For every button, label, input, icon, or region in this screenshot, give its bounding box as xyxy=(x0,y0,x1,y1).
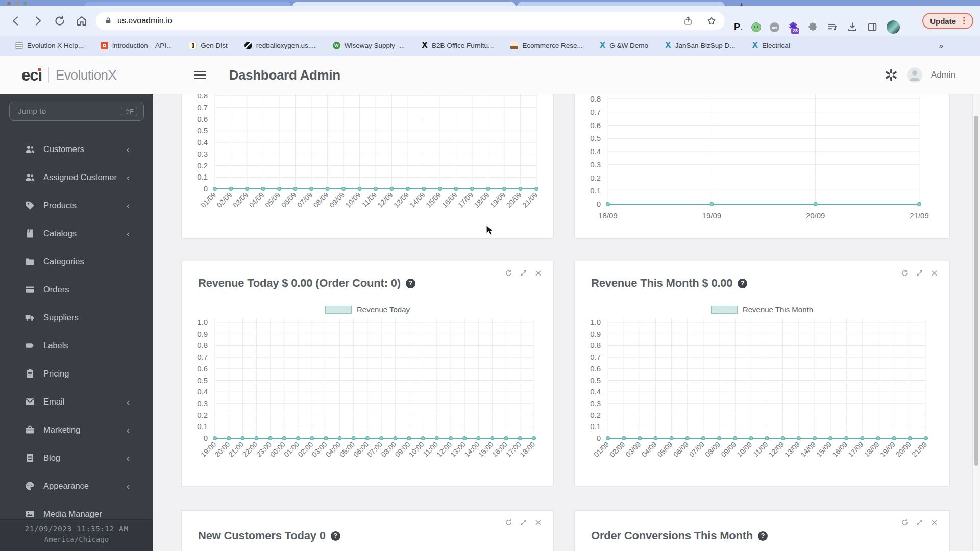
bookmark-label: Gen Dist xyxy=(201,42,228,49)
sidebar-item-orders[interactable]: Orders xyxy=(0,276,153,304)
bookmark-b2b-office-furnitu-[interactable]: XB2B Office Furnitu... xyxy=(422,42,494,49)
browser-tab-sauron-store-1145[interactable]: XSauron - Store 1145✕ xyxy=(84,2,291,6)
refresh-icon[interactable] xyxy=(505,519,512,527)
browser-menu-icon[interactable]: ⋮ xyxy=(960,18,968,23)
svg-text:0.4: 0.4 xyxy=(197,138,208,146)
close-icon[interactable] xyxy=(930,519,938,527)
svg-text:0.9: 0.9 xyxy=(197,330,208,338)
bookmark-star-icon[interactable] xyxy=(706,16,717,26)
extensions-puzzle-icon[interactable] xyxy=(807,21,818,33)
sidebar-item-products[interactable]: Products‹ xyxy=(0,191,153,219)
card-revenue-this-month: Revenue This Month $ 0.00 ? Revenue This… xyxy=(574,261,950,487)
url-text[interactable]: us.evoadmin.io xyxy=(117,16,173,26)
back-button[interactable] xyxy=(10,15,22,27)
address-bar[interactable]: us.evoadmin.io xyxy=(96,12,725,30)
sidebar-item-categories[interactable]: Categories xyxy=(0,247,153,276)
svg-text:18/09: 18/09 xyxy=(473,191,491,209)
browser-tab-strip: XSauron - Store 1145✕XEvolution✕Office S… xyxy=(0,0,980,6)
downloads-icon[interactable] xyxy=(847,21,858,33)
svg-text:0.8: 0.8 xyxy=(197,341,208,349)
svg-text:12/09: 12/09 xyxy=(767,440,786,459)
sidebar-item-appearance[interactable]: Appearance‹ xyxy=(0,472,153,500)
sidebar-item-label: Blog xyxy=(43,453,60,463)
sidebar-item-email[interactable]: Email‹ xyxy=(0,388,153,416)
bookmark-ecommerce-rese-[interactable]: Ecommerce Rese... xyxy=(510,42,583,49)
sidebar-item-catalogs[interactable]: Catalogs‹ xyxy=(0,219,153,247)
window-controls[interactable] xyxy=(7,2,27,5)
svg-text:02/09: 02/09 xyxy=(608,440,626,459)
bookmark-wiseway-supply-[interactable]: WWiseway Supply -... xyxy=(333,42,405,49)
bookmark-gen-dist[interactable]: Gen Dist xyxy=(189,42,228,49)
sidebar-item-marketing[interactable]: Marketing‹ xyxy=(0,416,153,444)
admin-avatar[interactable] xyxy=(907,67,922,83)
gen-dist-favicon xyxy=(189,42,197,49)
jump-to-search[interactable]: Jump to ⇧F xyxy=(9,102,144,121)
expand-icon[interactable] xyxy=(520,519,527,527)
menu-toggle-icon[interactable] xyxy=(194,69,206,81)
help-icon[interactable]: ? xyxy=(758,531,768,541)
card-new-customers: New Customers Today 0 ? xyxy=(181,510,554,551)
bookmark-label: Electrical xyxy=(762,42,790,49)
extension-me-icon[interactable]: me xyxy=(770,22,779,32)
chrome-update-button[interactable]: Update ⋮ xyxy=(922,13,973,29)
svg-text:19/09: 19/09 xyxy=(488,191,507,209)
sidebar-item-labels[interactable]: Labels xyxy=(0,332,153,360)
bookmark-redballoxygen-us-[interactable]: redballoxygen.us.... xyxy=(244,42,316,49)
page-scrollbar-track[interactable] xyxy=(972,94,980,551)
extension-green-icon[interactable] xyxy=(751,22,761,32)
svg-text:08:00: 08:00 xyxy=(379,440,398,459)
share-icon[interactable] xyxy=(683,16,693,26)
sidebar-item-pricing[interactable]: Pricing xyxy=(0,360,153,388)
bookmark-evolution-x-help-[interactable]: Evolution X Help... xyxy=(15,42,84,49)
tag-icon xyxy=(24,200,35,211)
extension-purple-icon[interactable]: 28 xyxy=(788,22,798,32)
openai-icon[interactable] xyxy=(884,68,898,82)
sidebar-item-label: Catalogs xyxy=(43,229,77,238)
side-panel-icon[interactable] xyxy=(867,21,878,33)
sidebar-item-customers[interactable]: Customers‹ xyxy=(0,135,153,163)
photo-favicon xyxy=(510,42,518,49)
svg-text:02:00: 02:00 xyxy=(296,440,314,459)
chevron-left-icon: ‹ xyxy=(127,172,130,182)
admin-user-label[interactable]: Admin xyxy=(931,70,955,80)
home-icon[interactable] xyxy=(157,68,170,82)
reload-button[interactable] xyxy=(54,15,66,27)
svg-text:0.7: 0.7 xyxy=(197,353,208,361)
svg-text:1.0: 1.0 xyxy=(590,318,601,327)
forward-button[interactable] xyxy=(32,15,44,27)
svg-text:13:00: 13:00 xyxy=(449,440,467,459)
bookmark-introduction-api-[interactable]: introduction – API... xyxy=(101,42,172,49)
close-icon[interactable] xyxy=(534,519,542,527)
bookmark-g-w-demo[interactable]: XG &W Demo xyxy=(600,42,648,49)
window-close-icon[interactable] xyxy=(7,2,11,5)
browser-tab-evolution[interactable]: XEvolution✕ xyxy=(292,2,516,6)
svg-text:0.6: 0.6 xyxy=(590,121,601,130)
expand-icon[interactable] xyxy=(916,519,923,527)
redball-favicon xyxy=(244,42,252,49)
extension-p-icon[interactable]: P. xyxy=(734,22,743,32)
help-icon[interactable]: ? xyxy=(331,531,340,541)
new-tab-button[interactable]: + xyxy=(739,0,744,6)
svg-text:0.6: 0.6 xyxy=(197,364,208,373)
page-scrollbar-thumb[interactable] xyxy=(974,116,978,466)
reading-list-icon[interactable] xyxy=(827,21,838,33)
sidebar-item-suppliers[interactable]: Suppliers xyxy=(0,304,153,332)
window-minimize-icon[interactable] xyxy=(15,2,19,5)
bookmark-electrical[interactable]: XElectrical xyxy=(752,42,790,49)
chart-daily-series: 0.80.70.60.50.40.30.20.1001/0902/0903/09… xyxy=(182,94,554,241)
sidebar-item-assigned-customer[interactable]: Assigned Customer‹ xyxy=(0,163,153,191)
sidebar-item-blog[interactable]: Blog‹ xyxy=(0,444,153,472)
svg-text:0.1: 0.1 xyxy=(590,422,601,431)
refresh-icon[interactable] xyxy=(901,519,909,527)
sidebar-item-label: Marketing xyxy=(43,425,80,435)
browser-home-button[interactable] xyxy=(76,15,88,27)
svg-text:16/09: 16/09 xyxy=(440,191,459,209)
svg-text:0.2: 0.2 xyxy=(197,161,208,170)
browser-profile-avatar[interactable] xyxy=(887,20,900,34)
chevron-left-icon: ‹ xyxy=(127,481,130,491)
bookmark-jansan-bizsup-d-[interactable]: XJanSan-BizSup D... xyxy=(665,42,735,49)
browser-tab-office-supplies[interactable]: Office Supplies✕ xyxy=(517,2,725,6)
window-zoom-icon[interactable] xyxy=(23,2,27,5)
bookmarks-overflow-chevron[interactable]: » xyxy=(939,41,943,50)
chevron-left-icon: ‹ xyxy=(127,201,130,210)
